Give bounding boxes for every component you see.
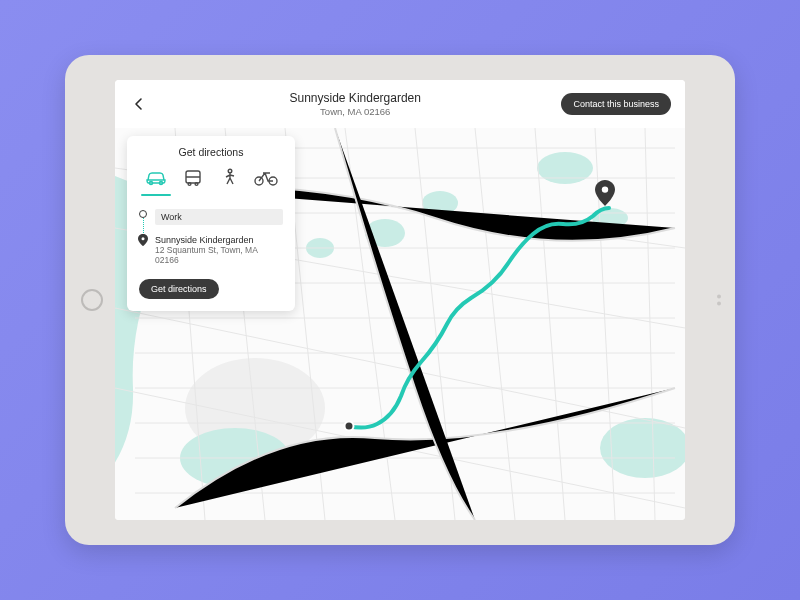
header-bar: Sunnyside Kindergarden Town, MA 02166 Co… (115, 80, 685, 128)
svg-point-4 (537, 152, 593, 184)
tablet-home-button (81, 289, 103, 311)
route-endpoints: Sunnyside Kindergarden 12 Squantum St, T… (139, 209, 283, 265)
svg-point-14 (188, 183, 191, 186)
tablet-frame: Sunnyside Kindergarden Town, MA 02166 Co… (65, 55, 735, 545)
svg-point-15 (195, 183, 198, 186)
svg-point-19 (142, 237, 145, 240)
destination-address: 12 Squantum St, Town, MA 02166 (155, 245, 283, 265)
mode-bike[interactable] (253, 166, 279, 190)
bike-icon (254, 170, 278, 186)
destination-name: Sunnyside Kindergarden (155, 235, 283, 245)
header-title-block: Sunnyside Kindergarden Town, MA 02166 (290, 91, 421, 117)
back-button[interactable] (129, 94, 149, 114)
origin-input[interactable] (155, 209, 283, 225)
map-pin-icon (595, 180, 615, 206)
chevron-left-icon (134, 97, 144, 111)
transport-mode-row (139, 166, 283, 197)
page-title: Sunnyside Kindergarden (290, 91, 421, 105)
mode-bus[interactable] (180, 166, 206, 190)
walk-icon (222, 168, 236, 188)
tablet-side-indicator (717, 295, 721, 306)
app-screen: Sunnyside Kindergarden Town, MA 02166 Co… (115, 80, 685, 520)
svg-point-9 (602, 187, 608, 193)
page-subtitle: Town, MA 02166 (290, 106, 421, 117)
directions-panel: Get directions (127, 136, 295, 311)
route-origin-marker (343, 420, 354, 431)
origin-row (155, 209, 283, 225)
contact-business-button[interactable]: Contact this business (561, 93, 671, 115)
svg-point-16 (229, 169, 233, 173)
directions-title: Get directions (139, 146, 283, 158)
destination-row: Sunnyside Kindergarden 12 Squantum St, T… (155, 235, 283, 265)
origin-dot-icon (139, 210, 147, 218)
map-view[interactable]: Get directions (115, 128, 685, 520)
route-destination-pin (595, 180, 615, 210)
car-icon (145, 170, 167, 186)
get-directions-button[interactable]: Get directions (139, 279, 219, 299)
destination-pin-icon (139, 236, 147, 244)
bus-icon (183, 169, 203, 187)
mode-walk[interactable] (216, 166, 242, 190)
mode-car[interactable] (143, 166, 169, 190)
